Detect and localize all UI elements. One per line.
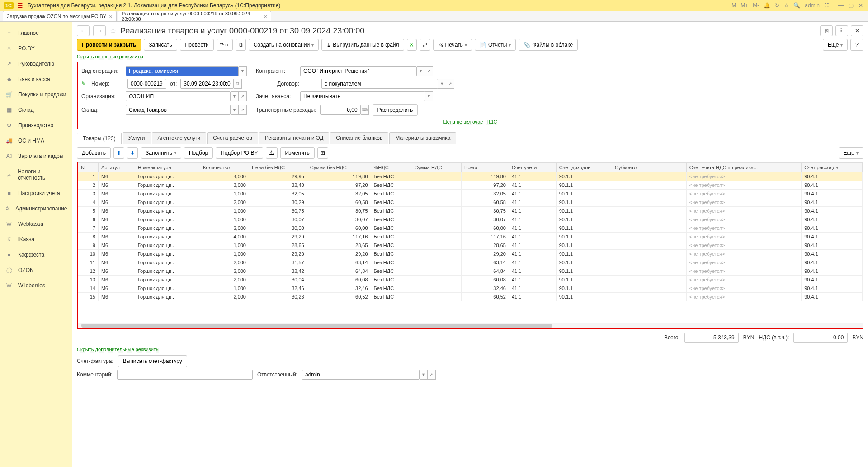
column-header[interactable]: Артикул bbox=[98, 163, 135, 172]
table-row[interactable]: 15M6Горшок для цв...2,00030,2660,52Без Н… bbox=[78, 293, 863, 301]
history-icon[interactable]: ↻ bbox=[775, 2, 779, 9]
sidebar-item-4[interactable]: 🛒Покупки и продажи bbox=[0, 87, 72, 102]
inner-tab-6[interactable]: Материалы заказчика bbox=[389, 132, 456, 144]
chevron-down-icon[interactable]: ▼ bbox=[239, 66, 247, 76]
op-kind-input[interactable] bbox=[126, 66, 239, 76]
create-on-basis-button[interactable]: Создать на основании bbox=[249, 39, 319, 51]
column-header[interactable]: Цена без НДС bbox=[249, 163, 307, 172]
table-row[interactable]: 10M6Горшок для цв...1,00029,2029,20Без Н… bbox=[78, 250, 863, 258]
sidebar-item-0[interactable]: ≡Главное bbox=[0, 25, 72, 41]
vat-note-link[interactable]: Цена не включает НДС bbox=[443, 119, 497, 124]
table-row[interactable]: 9M6Горшок для цв...1,00028,6528,65Без НД… bbox=[78, 241, 863, 250]
sidebar-item-12[interactable]: WWebkassa bbox=[0, 216, 72, 232]
post-and-close-button[interactable]: Провести и закрыть bbox=[77, 39, 141, 51]
print-button[interactable]: 🖨Печать bbox=[433, 39, 472, 51]
sidebar-item-14[interactable]: ●Каффеста bbox=[0, 247, 72, 262]
settings-icon[interactable]: ☷ bbox=[824, 2, 829, 9]
fill-button[interactable]: Заполнить bbox=[141, 147, 181, 159]
more-button[interactable]: Еще bbox=[823, 39, 848, 51]
inner-tab-2[interactable]: Агентские услуги bbox=[152, 132, 207, 144]
barcode-icon[interactable]: ⏄ bbox=[266, 147, 278, 159]
column-header[interactable]: %НДС bbox=[371, 163, 411, 172]
hide-requisites-link[interactable]: Скрыть основные реквизиты bbox=[77, 54, 143, 59]
chevron-down-icon[interactable]: ▼ bbox=[425, 91, 433, 101]
column-header[interactable]: Сумма НДС bbox=[411, 163, 462, 172]
sidebar-item-16[interactable]: WWildberries bbox=[0, 278, 72, 293]
star-icon[interactable]: ☆ bbox=[784, 2, 789, 9]
inner-tab-0[interactable]: Товары (123) bbox=[77, 133, 122, 144]
maximize-icon[interactable]: ▢ bbox=[847, 2, 854, 9]
move-up-icon[interactable]: ⬆ bbox=[113, 147, 124, 159]
column-header[interactable]: N bbox=[78, 163, 99, 172]
swap-icon[interactable]: ⇄ bbox=[420, 39, 430, 51]
user-name[interactable]: admin bbox=[805, 2, 820, 9]
column-header[interactable]: Количество bbox=[200, 163, 249, 172]
memory-mplus[interactable]: M+ bbox=[741, 2, 748, 9]
table-row[interactable]: 8M6Горшок для цв...4,00029,29117,16Без Н… bbox=[78, 233, 863, 241]
table-row[interactable]: 7M6Горшок для цв...2,00030,0060,00Без НД… bbox=[78, 224, 863, 233]
sidebar-item-5[interactable]: ▦Склад bbox=[0, 102, 72, 118]
sidebar-item-8[interactable]: AͬЗарплата и кадры bbox=[0, 148, 72, 164]
export-data-button[interactable]: ⤓Выгрузить данные в файл bbox=[321, 39, 404, 51]
comment-input[interactable] bbox=[117, 370, 253, 380]
sidebar-item-9[interactable]: ₐₖНалоги и отчетность bbox=[0, 164, 72, 186]
warehouse-input[interactable] bbox=[126, 105, 231, 115]
sidebar-item-6[interactable]: ⚙Производство bbox=[0, 118, 72, 133]
close-icon[interactable]: × bbox=[109, 13, 113, 20]
column-header[interactable]: Счет доходов bbox=[556, 163, 612, 172]
advance-input[interactable] bbox=[300, 91, 425, 101]
table-row[interactable]: 2M6Горшок для цв...3,00032,4097,20Без НД… bbox=[78, 181, 863, 190]
table-row[interactable]: 3M6Горшок для цв...1,00032,0532,05Без НД… bbox=[78, 190, 863, 198]
table-row[interactable]: 13M6Горшок для цв...2,00030,0460,08Без Н… bbox=[78, 276, 863, 284]
memory-m[interactable]: M bbox=[731, 2, 736, 9]
column-header[interactable]: Счет расходов bbox=[802, 163, 863, 172]
more-table-button[interactable]: Еще bbox=[839, 147, 863, 159]
excel-icon[interactable]: X bbox=[407, 39, 417, 51]
contract-input[interactable] bbox=[321, 79, 438, 89]
chevron-down-icon[interactable]: ▼ bbox=[438, 79, 446, 89]
close-window-icon[interactable]: ✕ bbox=[857, 2, 864, 9]
responsible-input[interactable] bbox=[302, 370, 420, 380]
favorite-star-icon[interactable]: ☆ bbox=[109, 26, 117, 36]
table-row[interactable]: 1M6Горшок для цв...4,00029,95119,80Без Н… bbox=[78, 172, 863, 181]
table-row[interactable]: 14M6Горшок для цв...1,00032,4632,46Без Н… bbox=[78, 284, 863, 293]
inner-tab-5[interactable]: Списание бланков bbox=[330, 132, 388, 144]
post-button[interactable]: Провести bbox=[180, 39, 214, 51]
open-ref-icon[interactable]: ↗ bbox=[239, 105, 247, 115]
tab-realization[interactable]: Реализация товаров и услуг 0000-000219 о… bbox=[118, 11, 271, 21]
move-down-icon[interactable]: ⬇ bbox=[127, 147, 138, 159]
calendar-icon[interactable]: 🗓 bbox=[234, 79, 242, 89]
inner-tab-4[interactable]: Реквизиты печати и ЭД bbox=[259, 132, 330, 144]
columns-icon[interactable]: ⊞ bbox=[317, 147, 328, 159]
write-invoice-button[interactable]: Выписать счет-фактуру bbox=[118, 355, 187, 367]
column-header[interactable]: Субконто bbox=[612, 163, 687, 172]
sidebar-item-11[interactable]: ✲Администрирование bbox=[0, 201, 72, 216]
column-header[interactable]: Счет учета НДС по реализа... bbox=[686, 163, 801, 172]
chevron-down-icon[interactable]: ▼ bbox=[417, 66, 425, 76]
table-row[interactable]: 12M6Горшок для цв...2,00032,4264,84Без Н… bbox=[78, 267, 863, 276]
sidebar-item-3[interactable]: ◆Банк и касса bbox=[0, 71, 72, 87]
pick-button[interactable]: Подбор bbox=[184, 147, 213, 159]
memory-mminus[interactable]: M- bbox=[753, 2, 759, 9]
menu-icon[interactable]: ☰ bbox=[17, 2, 23, 9]
table-row[interactable]: 5M6Горшок для цв...1,00030,7530,75Без НД… bbox=[78, 207, 863, 215]
search-icon[interactable]: 🔍 bbox=[793, 2, 800, 9]
settings-icon[interactable]: ⠇ bbox=[835, 25, 848, 36]
tab-ozon-load[interactable]: Загрузка продаж OZON по месяцам PO.BY × bbox=[3, 11, 117, 21]
table-row[interactable]: 11M6Горшок для цв...2,00031,5763,14Без Н… bbox=[78, 258, 863, 267]
open-ref-icon[interactable]: ↗ bbox=[446, 79, 454, 89]
inner-tab-1[interactable]: Услуги bbox=[123, 132, 151, 144]
write-button[interactable]: Записать bbox=[144, 39, 177, 51]
cloud-files-button[interactable]: 📎Файлы в облаке bbox=[519, 39, 578, 51]
movements-icon[interactable]: ᴬᴷ↔ bbox=[217, 39, 233, 51]
sidebar-item-7[interactable]: 🚚ОС и НМА bbox=[0, 133, 72, 148]
help-button[interactable]: ? bbox=[850, 39, 863, 51]
bell-icon[interactable]: 🔔 bbox=[764, 2, 770, 9]
horizontal-scrollbar[interactable] bbox=[78, 323, 863, 328]
table-row[interactable]: 4M6Горшок для цв...2,00030,2960,58Без НД… bbox=[78, 198, 863, 207]
number-input[interactable] bbox=[127, 79, 166, 89]
sidebar-item-13[interactable]: KiKassa bbox=[0, 232, 72, 247]
distribute-button[interactable]: Распределить bbox=[373, 104, 418, 116]
pick-poby-button[interactable]: Подбор PO.BY bbox=[216, 147, 263, 159]
link-icon[interactable]: ⎘ bbox=[820, 25, 833, 36]
